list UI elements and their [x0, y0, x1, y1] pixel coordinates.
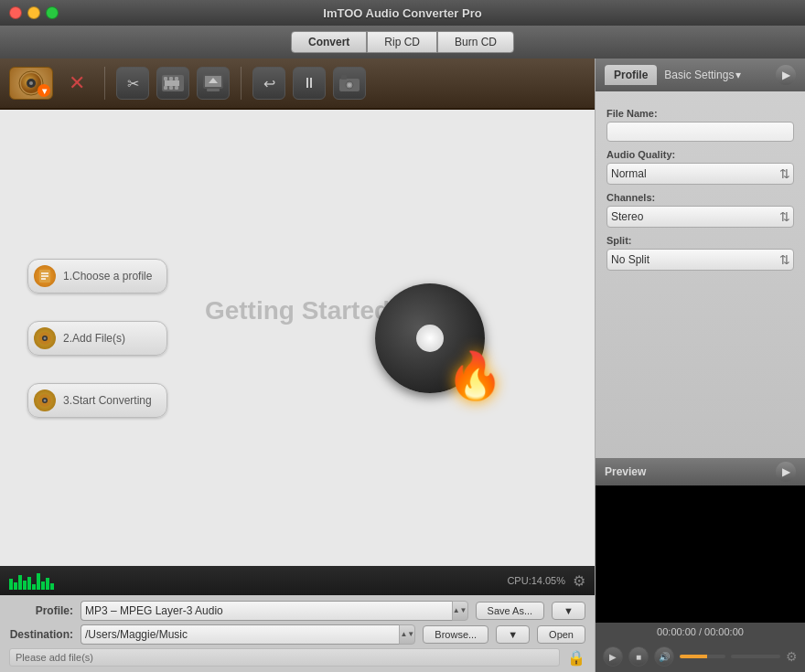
browse-dropdown-button[interactable]: ▼	[496, 625, 530, 644]
left-panel: ▾ ✕ ✂	[0, 59, 595, 672]
audio-quality-select[interactable]: Normal High Low Custom	[606, 163, 794, 185]
svg-point-26	[44, 336, 47, 339]
file-name-input[interactable]	[606, 122, 794, 142]
audio-quality-label: Audio Quality:	[606, 149, 794, 160]
svg-point-29	[44, 399, 47, 401]
split-wrap: No Split By Size By Time By Chapter ⇅	[606, 249, 794, 271]
close-button[interactable]	[9, 6, 22, 19]
play-button[interactable]: ▶	[603, 646, 623, 667]
tab-basic-settings[interactable]: Basic Settings ▾	[657, 65, 748, 85]
profile-select-wrap: MP3 – MPEG Layer-3 Audio ▲▼	[80, 601, 468, 621]
cpu-usage: CPU:14.05%	[507, 575, 565, 586]
status-text-bar: Please add file(s) 🔒	[9, 648, 585, 667]
separator-1	[104, 67, 105, 100]
bottom-bar: Profile: MP3 – MPEG Layer-3 Audio ▲▼ Sav…	[0, 595, 595, 672]
volume-button[interactable]: 🔊	[654, 646, 674, 667]
profile-select[interactable]: MP3 – MPEG Layer-3 Audio	[80, 601, 453, 621]
right-header: Profile Basic Settings ▾ ▶	[596, 59, 805, 91]
app-title: ImTOO Audio Converter Pro	[323, 6, 481, 20]
step-3-label: 3.Start Converting	[63, 394, 152, 407]
audio-quality-wrap: Normal High Low Custom ⇅	[606, 163, 794, 185]
svg-rect-8	[164, 86, 167, 90]
svg-rect-9	[169, 86, 173, 90]
main-area: ▾ ✕ ✂	[0, 59, 805, 672]
steps-container: 1.Choose a profile 2.Add File(s)	[27, 259, 167, 418]
split-select[interactable]: No Split By Size By Time By Chapter	[606, 249, 794, 271]
toolbar: ▾ ✕ ✂	[0, 59, 595, 110]
right-expand-button[interactable]: ▶	[776, 65, 796, 85]
step-2-label: 2.Add File(s)	[63, 332, 125, 345]
camera-button[interactable]	[333, 67, 366, 100]
settings-dropdown-icon: ▾	[735, 69, 741, 81]
preview-video	[596, 485, 805, 623]
save-dropdown-button[interactable]: ▼	[552, 602, 585, 620]
maximize-button[interactable]	[46, 6, 59, 19]
delete-button[interactable]: ✕	[60, 67, 93, 100]
preview-label: Preview	[605, 465, 646, 478]
eq-bar-2	[14, 582, 17, 590]
profile-row: Profile: MP3 – MPEG Layer-3 Audio ▲▼ Sav…	[9, 601, 585, 621]
status-text: Please add file(s)	[9, 648, 560, 667]
eq-bar-7	[37, 573, 40, 590]
dropdown-arrow[interactable]: ▾	[38, 84, 50, 97]
svg-rect-17	[341, 75, 347, 80]
tab-burn-cd[interactable]: Burn CD	[437, 31, 514, 53]
step-choose-profile[interactable]: 1.Choose a profile	[27, 259, 167, 293]
eq-bar-3	[18, 575, 22, 590]
export-button[interactable]	[197, 67, 230, 100]
split-label: Split:	[606, 235, 794, 246]
eq-bar-10	[50, 583, 54, 590]
preview-expand-button[interactable]: ▶	[776, 462, 796, 482]
settings-small-icon[interactable]: ⚙	[573, 572, 585, 590]
tab-convert[interactable]: Convert	[291, 31, 367, 53]
preview-header: Preview ▶	[596, 458, 805, 485]
pause-button[interactable]: ⏸	[293, 67, 326, 100]
save-as-button[interactable]: Save As...	[476, 602, 545, 620]
preview-section: Preview ▶ 00:00:00 / 00:00:00 ▶ ■ 🔊 ⚙	[596, 458, 805, 672]
cd-visual: 🔥	[375, 283, 485, 393]
tab-rip-cd[interactable]: Rip CD	[367, 31, 437, 53]
svg-rect-6	[169, 77, 173, 80]
eq-bar-6	[32, 584, 36, 590]
profile-dropdown-arrows[interactable]: ▲▼	[452, 601, 468, 621]
status-icon[interactable]: 🔒	[567, 649, 585, 667]
undo-button[interactable]: ↩	[252, 67, 285, 100]
browse-button[interactable]: Browse...	[423, 625, 488, 644]
progress-slider[interactable]	[731, 655, 780, 658]
svg-rect-15	[207, 89, 220, 91]
preview-time: 00:00:00 / 00:00:00	[596, 623, 805, 641]
destination-dropdown-arrows[interactable]: ▲▼	[399, 624, 415, 645]
svg-point-3	[29, 81, 33, 85]
tab-profile[interactable]: Profile	[605, 65, 657, 85]
right-settings: File Name: Audio Quality: Normal High Lo…	[596, 91, 805, 458]
destination-select[interactable]: /Users/Maggie/Music	[80, 624, 400, 645]
channels-select[interactable]: Stereo Mono Joint Stereo Dual Channel	[606, 206, 794, 228]
step-add-files[interactable]: 2.Add File(s)	[27, 321, 167, 356]
stop-button[interactable]: ■	[628, 646, 649, 667]
eq-bar-5	[27, 577, 31, 590]
cut-button[interactable]: ✂	[116, 67, 149, 100]
window-controls[interactable]	[9, 6, 59, 19]
filmstrip-button[interactable]	[156, 67, 189, 100]
svg-rect-11	[165, 80, 179, 86]
destination-row: Destination: /Users/Maggie/Music ▲▼ Brow…	[9, 624, 585, 645]
getting-started-text: Getting Started	[205, 296, 390, 325]
svg-rect-5	[164, 77, 167, 80]
content-area: Getting Started 1.Choose a profile	[0, 110, 595, 566]
channels-wrap: Stereo Mono Joint Stereo Dual Channel ⇅	[606, 206, 794, 228]
open-button[interactable]: Open	[537, 625, 585, 644]
svg-point-19	[348, 83, 351, 87]
destination-select-wrap: /Users/Maggie/Music ▲▼	[80, 624, 415, 645]
eq-bar-9	[46, 578, 49, 590]
tab-bar: Convert Rip CD Burn CD	[0, 26, 805, 59]
cd-center	[416, 325, 444, 352]
equalizer	[9, 571, 54, 590]
add-file-button[interactable]: ▾	[9, 67, 53, 100]
step-start-converting[interactable]: 3.Start Converting	[27, 383, 167, 418]
preview-controls: ▶ ■ 🔊 ⚙	[596, 641, 805, 672]
minimize-button[interactable]	[27, 6, 40, 19]
eq-bar-8	[41, 581, 45, 590]
preview-settings-icon[interactable]: ⚙	[786, 649, 798, 664]
volume-slider[interactable]	[680, 655, 725, 658]
step-1-label: 1.Choose a profile	[63, 270, 152, 283]
